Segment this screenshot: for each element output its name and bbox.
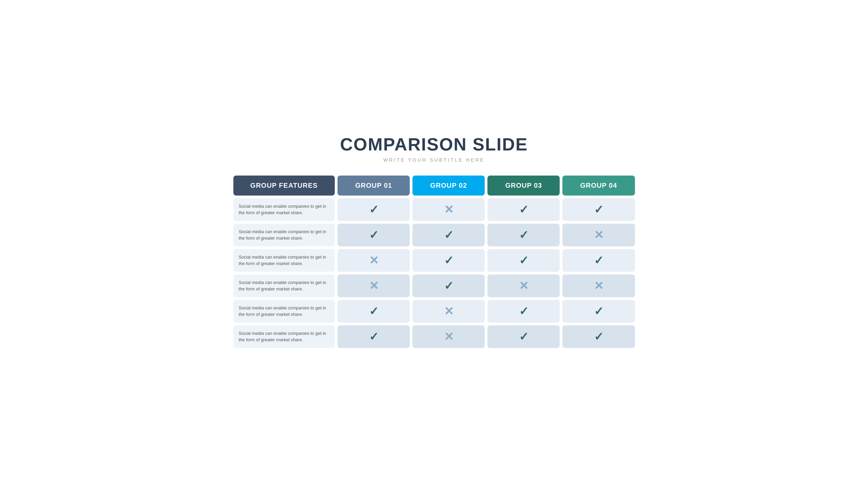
cell-row5-g1: ✓ bbox=[337, 325, 410, 348]
cell-row3-g1: ✕ bbox=[337, 274, 410, 297]
cell-row4-g3: ✓ bbox=[487, 300, 560, 323]
cell-row1-g4: ✕ bbox=[562, 224, 635, 246]
table-row: Social media can enable companies to get… bbox=[233, 198, 635, 221]
cell-row2-g3: ✓ bbox=[487, 249, 560, 272]
cell-row2-g4: ✓ bbox=[562, 249, 635, 272]
cell-row3-g2: ✓ bbox=[412, 274, 485, 297]
table-row: Social media can enable companies to get… bbox=[233, 249, 635, 272]
cell-row4-g4: ✓ bbox=[562, 300, 635, 323]
cell-row3-g4: ✕ bbox=[562, 274, 635, 297]
cell-row5-g3: ✓ bbox=[487, 325, 560, 348]
cell-row1-g1: ✓ bbox=[337, 224, 410, 246]
cell-row0-g3: ✓ bbox=[487, 198, 560, 221]
feature-cell: Social media can enable companies to get… bbox=[233, 198, 335, 221]
subtitle: WRITE YOUR SUBTITLE HERE bbox=[231, 157, 638, 163]
header-g3: GROUP 03 bbox=[487, 176, 560, 196]
cell-row1-g2: ✓ bbox=[412, 224, 485, 246]
feature-cell: Social media can enable companies to get… bbox=[233, 249, 335, 272]
slide-container: COMPARISON SLIDE WRITE YOUR SUBTITLE HER… bbox=[217, 124, 651, 364]
slide-header: COMPARISON SLIDE WRITE YOUR SUBTITLE HER… bbox=[231, 134, 638, 163]
cell-row3-g3: ✕ bbox=[487, 274, 560, 297]
header-row: GROUP FEATURES GROUP 01 GROUP 02 GROUP 0… bbox=[233, 176, 635, 196]
header-g2: GROUP 02 bbox=[412, 176, 485, 196]
cell-row0-g1: ✓ bbox=[337, 198, 410, 221]
feature-cell: Social media can enable companies to get… bbox=[233, 274, 335, 297]
cell-row0-g2: ✕ bbox=[412, 198, 485, 221]
feature-cell: Social media can enable companies to get… bbox=[233, 300, 335, 323]
table-row: Social media can enable companies to get… bbox=[233, 274, 635, 297]
cell-row2-g1: ✕ bbox=[337, 249, 410, 272]
cell-row0-g4: ✓ bbox=[562, 198, 635, 221]
header-g4: GROUP 04 bbox=[562, 176, 635, 196]
feature-cell: Social media can enable companies to get… bbox=[233, 224, 335, 246]
header-features: GROUP FEATURES bbox=[233, 176, 335, 196]
cell-row2-g2: ✓ bbox=[412, 249, 485, 272]
cell-row1-g3: ✓ bbox=[487, 224, 560, 246]
cell-row5-g4: ✓ bbox=[562, 325, 635, 348]
comparison-table: GROUP FEATURES GROUP 01 GROUP 02 GROUP 0… bbox=[231, 173, 638, 351]
table-row: Social media can enable companies to get… bbox=[233, 300, 635, 323]
main-title: COMPARISON SLIDE bbox=[231, 134, 638, 155]
cell-row4-g2: ✕ bbox=[412, 300, 485, 323]
feature-cell: Social media can enable companies to get… bbox=[233, 325, 335, 348]
cell-row5-g2: ✕ bbox=[412, 325, 485, 348]
table-row: Social media can enable companies to get… bbox=[233, 224, 635, 246]
table-row: Social media can enable companies to get… bbox=[233, 325, 635, 348]
header-g1: GROUP 01 bbox=[337, 176, 410, 196]
cell-row4-g1: ✓ bbox=[337, 300, 410, 323]
